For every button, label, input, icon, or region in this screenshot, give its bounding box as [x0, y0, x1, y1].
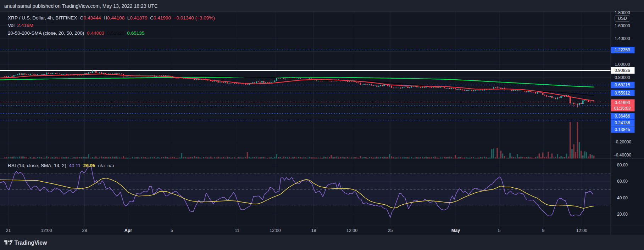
- svg-text:0.68215: 0.68215: [615, 83, 630, 87]
- svg-text:12:00: 12:00: [576, 228, 587, 233]
- svg-text:12:00: 12:00: [346, 228, 357, 233]
- svg-text:9: 9: [542, 228, 545, 233]
- svg-text:0.80000: 0.80000: [615, 75, 630, 80]
- svg-text:0.36466: 0.36466: [615, 114, 630, 119]
- svg-text:5: 5: [498, 228, 501, 233]
- svg-text:5: 5: [171, 228, 173, 233]
- svg-text:1.00000: 1.00000: [615, 62, 630, 67]
- svg-text:May: May: [451, 228, 460, 233]
- svg-text:20-50-200-SMA (close, 20, 50,: 20-50-200-SMA (close, 20, 50, 200) 0.440…: [8, 30, 144, 36]
- svg-text:0.90836: 0.90836: [615, 68, 630, 73]
- svg-text:25: 25: [388, 228, 393, 233]
- svg-text:0.24136: 0.24136: [615, 120, 630, 125]
- svg-text:60.00: 60.00: [617, 179, 628, 184]
- svg-text:1.22359: 1.22359: [615, 47, 630, 52]
- svg-text:1.80000: 1.80000: [615, 10, 630, 15]
- svg-text:0.13845: 0.13845: [615, 127, 630, 132]
- svg-text:28: 28: [82, 228, 87, 233]
- svg-text:0.55912: 0.55912: [615, 91, 630, 96]
- svg-text:01:36:03: 01:36:03: [614, 106, 631, 111]
- svg-text:XRP / U.S. Dollar, 4h, BITFINE: XRP / U.S. Dollar, 4h, BITFINEX O0.43444…: [8, 15, 215, 21]
- svg-text:12:00: 12:00: [270, 228, 281, 233]
- svg-text:0.41990: 0.41990: [615, 100, 630, 105]
- svg-text:1.60000: 1.60000: [615, 23, 630, 28]
- svg-text:−0.40000: −0.40000: [614, 153, 632, 158]
- svg-text:Vol 2.416M: Vol 2.416M: [8, 23, 33, 28]
- svg-text:TradingView: TradingView: [15, 240, 48, 246]
- svg-text:−0.20000: −0.20000: [614, 140, 632, 144]
- svg-text:40.00: 40.00: [617, 195, 628, 200]
- svg-text:21: 21: [6, 228, 11, 233]
- svg-text:11: 11: [235, 228, 239, 233]
- svg-text:12:00: 12:00: [41, 228, 52, 233]
- svg-text:1.40000: 1.40000: [615, 36, 630, 41]
- svg-text:Apr: Apr: [124, 228, 132, 233]
- svg-text:USD: USD: [618, 16, 627, 21]
- svg-text:80.00: 80.00: [617, 163, 628, 167]
- svg-text:RSI (14, close, SMA, 14, 2) 4: RSI (14, close, SMA, 14, 2) 40.11 26.95 …: [8, 163, 114, 168]
- svg-text:20.00: 20.00: [617, 212, 628, 217]
- svg-text:anushsamal published on Tradin: anushsamal published on TradingView.com,…: [4, 3, 158, 9]
- svg-text:18: 18: [311, 228, 316, 233]
